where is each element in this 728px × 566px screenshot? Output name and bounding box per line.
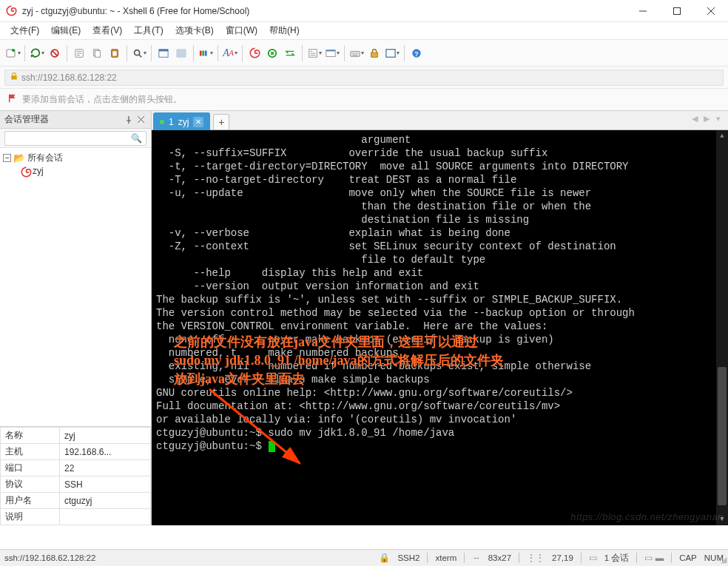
main-area: 1 zyj ✕ + ◀ ▶ ▾ argument -S, --suffix=SU… (152, 111, 728, 525)
prop-proto-value: SSH (60, 476, 151, 493)
terminal-line: -S, --suffix=SUFFIX override the usual b… (156, 146, 724, 160)
menu-file[interactable]: 文件(F) (4, 22, 45, 39)
terminal-line: --help display this help and exit (156, 266, 724, 280)
new-session-button[interactable]: ▾ (4, 45, 21, 61)
terminal[interactable]: argument -S, --suffix=SUFFIX override th… (152, 130, 728, 525)
window-controls (626, 0, 728, 22)
close-button[interactable] (694, 0, 728, 22)
hint-text: 要添加当前会话，点击左侧的箭头按钮。 (22, 93, 182, 106)
color-scheme-button[interactable]: ▾ (198, 45, 214, 61)
pin-icon[interactable] (123, 114, 135, 126)
terminal-scrollbar[interactable]: ▲ ▼ (716, 130, 728, 525)
svg-rect-19 (326, 50, 334, 51)
new-tab-button[interactable]: + (213, 114, 229, 130)
scroll-down-icon[interactable]: ▼ (716, 513, 728, 525)
svg-rect-10 (159, 49, 168, 51)
flag-icon (7, 93, 18, 106)
help-button[interactable]: ? (408, 45, 425, 61)
menu-edit[interactable]: 编辑(E) (45, 22, 87, 39)
xshell-button[interactable] (246, 45, 263, 61)
paste-button[interactable] (107, 45, 123, 61)
lock-button[interactable] (366, 45, 382, 61)
terminal-line: the VERSION_CONTROL environment variable… (156, 320, 724, 333)
disconnect-button[interactable] (47, 45, 63, 61)
menu-window[interactable]: 窗口(W) (220, 22, 263, 39)
tree-session[interactable]: zyj (3, 164, 148, 178)
keymap-button[interactable]: ▾ (348, 45, 365, 61)
prop-port-label: 端口 (1, 460, 60, 476)
session-tree[interactable]: ‒ 📂 所有会话 zyj (0, 148, 151, 426)
panel-close-icon[interactable] (135, 114, 146, 126)
status-sessions2-icon: ▭ ▬ (644, 553, 664, 563)
cursor (269, 441, 275, 452)
watermark: https://blog.csdn.net/zhengyanan (570, 511, 724, 524)
scroll-up-icon[interactable]: ▲ (716, 130, 728, 142)
status-pos-icon: ⋮⋮ (527, 553, 545, 563)
status-size-icon: ↔ (472, 553, 481, 562)
address-field[interactable]: ssh://192.168.62.128:22 (4, 70, 724, 86)
panel-title: 会话管理器 (4, 113, 49, 126)
prop-user-label: 用户名 (1, 493, 60, 509)
layout2-button[interactable] (173, 45, 189, 61)
font-button[interactable]: AA▾ (222, 45, 238, 61)
tab-next-icon[interactable]: ▶ (701, 114, 712, 124)
status-bar: ssh://192.168.62.128:22 🔒 SSH2 xterm ↔ 8… (0, 549, 728, 566)
terminal-line: -T, --no-target-directory treat DEST as … (156, 173, 724, 186)
address-text: ssh://192.168.62.128:22 (21, 73, 117, 83)
xagent-button[interactable] (264, 45, 280, 61)
tab-close-icon[interactable]: ✕ (193, 117, 203, 127)
layout1-button[interactable] (155, 45, 172, 61)
terminal-line: GNU coreutils online help: <http://www.g… (156, 386, 724, 400)
maximize-button[interactable] (660, 0, 694, 22)
menu-tools[interactable]: 工具(T) (128, 22, 169, 39)
minimize-button[interactable] (626, 0, 660, 22)
status-protocol: SSH2 (397, 553, 419, 562)
scroll-thumb[interactable] (718, 367, 727, 505)
collapse-icon[interactable]: ‒ (3, 154, 11, 162)
svg-rect-0 (674, 7, 681, 14)
terminal-line: -Z, --context set SELinux security conte… (156, 240, 724, 253)
copy-button[interactable] (89, 45, 105, 61)
compose-button[interactable]: ▾ (324, 45, 340, 61)
reconnect-button[interactable]: ▾ (29, 45, 45, 61)
session-search: 🔍 (0, 129, 151, 148)
resize-grip-icon[interactable]: ◢ (721, 555, 727, 565)
menu-view[interactable]: 查看(V) (87, 22, 128, 39)
session-properties: 名称zyj 主机192.168.6... 端口22 协议SSH 用户名ctguz… (0, 426, 151, 525)
terminal-line: simple, never always make simple backups (156, 373, 724, 386)
script-button[interactable]: ▾ (306, 45, 323, 61)
svg-point-8 (134, 50, 139, 55)
tab-nav: ◀ ▶ ▾ (690, 114, 724, 124)
terminal-line: numbered, t make numbered backups (156, 346, 724, 360)
terminal-line: file to default type (156, 253, 724, 266)
session-search-input[interactable] (4, 131, 146, 146)
terminal-line: --version output version information and… (156, 280, 724, 293)
menu-help[interactable]: 帮助(H) (263, 22, 306, 39)
find-button[interactable]: ▾ (131, 45, 147, 61)
prop-name-value: zyj (60, 428, 151, 444)
toolbar-separator (218, 45, 218, 61)
svg-rect-15 (204, 50, 206, 55)
status-sessions-icon: ▭ (589, 553, 597, 563)
tab-strip: 1 zyj ✕ + ◀ ▶ ▾ (152, 111, 728, 130)
menu-tabs[interactable]: 选项卡(B) (169, 22, 220, 39)
status-cursor-pos: 27,19 (552, 553, 573, 562)
terminal-line: than the destination file or when the (156, 200, 724, 213)
terminal-line: destination file is missing (156, 213, 724, 226)
tab-prev-icon[interactable]: ◀ (690, 114, 700, 124)
properties-button[interactable] (71, 45, 87, 61)
tab-active[interactable]: 1 zyj ✕ (153, 112, 210, 130)
prop-host-value: 192.168.6... (60, 444, 151, 460)
terminal-line: -t, --target-directory=DIRECTORY move al… (156, 160, 724, 173)
prop-desc-value (60, 509, 151, 525)
xftp-button[interactable] (282, 45, 298, 61)
prop-name-label: 名称 (1, 428, 60, 444)
terminal-line: The backup suffix is '~', unless set wit… (156, 293, 724, 306)
panel-header: 会话管理器 (0, 111, 151, 129)
tab-menu-icon[interactable]: ▾ (713, 114, 724, 124)
tree-root[interactable]: ‒ 📂 所有会话 (3, 151, 148, 164)
tab-index: 1 (169, 117, 174, 127)
fullscreen-button[interactable]: ▾ (384, 45, 400, 61)
app-icon (6, 5, 18, 17)
tree-session-label: zyj (33, 166, 44, 176)
